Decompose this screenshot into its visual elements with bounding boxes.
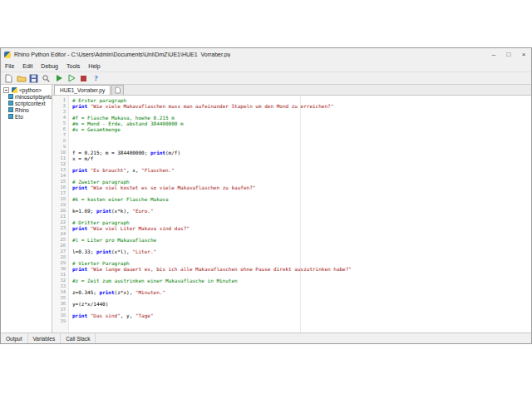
code-line[interactable]: 11x = m/f [52, 155, 531, 161]
line-number: 26 [52, 243, 69, 249]
minimize-button[interactable]: – [486, 48, 501, 61]
line-number: 8 [52, 138, 69, 144]
code-line[interactable]: 6#x = Gesamtmenge [52, 126, 531, 132]
code-line[interactable]: 22# Dritter paragraph [52, 219, 531, 225]
run-icon[interactable] [53, 73, 64, 84]
panel-tab-variables[interactable]: Variables [28, 333, 62, 343]
python-node-icon [12, 87, 17, 93]
code-line[interactable]: 32#z = Zeit zum austrinken einer Makavaf… [52, 278, 531, 283]
code-line[interactable]: 31 [52, 272, 531, 278]
code-line[interactable]: 10f = 0.215; m = 384400000; print(m/f) [52, 150, 531, 155]
tree-item-eto[interactable]: Eto [1, 113, 52, 120]
code-line[interactable]: 26 [52, 243, 531, 249]
title-bar: Rhino Python Editor - C:\Users\Admin\Doc… [1, 48, 531, 61]
panel-tab-output[interactable]: Output [1, 333, 28, 343]
line-number: 13 [52, 167, 69, 173]
code-line[interactable]: 34z=0.345; print(z*x), "Minuten." [52, 289, 531, 295]
menu-edit[interactable]: Edit [18, 61, 37, 71]
code-line[interactable]: 1# Erster paragraph [52, 97, 531, 103]
code-line[interactable]: 3 [52, 109, 531, 115]
line-number: 7 [52, 132, 69, 138]
code-line[interactable]: 37 [52, 307, 531, 313]
line-number: 18 [52, 196, 69, 202]
code-line[interactable]: 27l=0.33; print(x*l), "Liter." [52, 249, 531, 254]
module-icon [8, 94, 13, 99]
code-area[interactable]: 1# Erster paragraph2print "Wie viele Mak… [52, 96, 531, 332]
code-line[interactable]: 38print "Das sind", y, "Tage" [52, 313, 531, 318]
save-icon[interactable] [28, 73, 39, 84]
code-line[interactable]: 33 [52, 283, 531, 289]
line-number: 19 [52, 202, 69, 208]
tree-item-rhino[interactable]: Rhino [1, 106, 52, 113]
stop-icon[interactable] [78, 73, 89, 84]
line-number: 23 [52, 225, 69, 231]
collapse-icon[interactable] [3, 87, 9, 93]
app-icon [4, 52, 11, 58]
line-number: 11 [52, 155, 69, 161]
tree-item-label: Eto [15, 114, 23, 120]
tree-item-scriptcontext[interactable]: scriptcontext [1, 100, 52, 106]
line-number: 36 [52, 301, 69, 307]
code-line[interactable]: 28 [52, 254, 531, 260]
code-line[interactable]: 4#f = Flasche Makava, hoehe 0.215 m [52, 115, 531, 121]
code-line[interactable]: 13print "Es braucht", x, "Flaschen." [52, 167, 531, 173]
tree-item-rhinoscriptsyntax[interactable]: rhinoscriptsyntax [1, 93, 52, 100]
tab-hue1-vorraber[interactable]: HUE1_Vorraber.py [54, 85, 111, 95]
code-line[interactable]: 30print "Wie lange dauert es, bis ich al… [52, 266, 531, 272]
line-number: 3 [52, 109, 69, 115]
panel-tab-call-stack[interactable]: Call Stack [61, 333, 96, 343]
main-area: <python>rhinoscriptsyntaxscriptcontextRh… [1, 85, 531, 332]
code-line[interactable]: 12 [52, 161, 531, 167]
toolbar: ? [1, 71, 531, 85]
code-line[interactable]: 36y=(z*x/1440) [52, 301, 531, 307]
menu-file[interactable]: File [1, 61, 18, 71]
new-tab-button[interactable] [111, 85, 124, 95]
tree-item-python[interactable]: <python> [1, 86, 52, 93]
help-icon[interactable]: ? [91, 73, 101, 84]
code-line[interactable]: 2print "Wie viele Makavaflaschen muss ma… [52, 103, 531, 109]
line-number: 33 [52, 283, 69, 289]
line-number: 15 [52, 179, 69, 185]
line-number: 37 [52, 307, 69, 313]
menu-debug[interactable]: Debug [37, 61, 62, 71]
line-number: 17 [52, 190, 69, 196]
code-line[interactable]: 39 [52, 318, 531, 324]
code-line[interactable]: 23print "Wie viel Liter Makava sind das?… [52, 225, 531, 231]
code-line[interactable]: 18#k = kosten einer Flasche Makava [52, 196, 531, 202]
menu-help[interactable]: Help [84, 61, 104, 71]
tree-item-label: Rhino [15, 107, 29, 113]
code-line[interactable]: 29# Vierter Paragraph [52, 260, 531, 266]
code-line[interactable]: 21 [52, 214, 531, 219]
window-controls: – □ × [486, 48, 531, 61]
code-line[interactable]: 17 [52, 190, 531, 196]
code-line[interactable]: 8 [52, 138, 531, 144]
module-icon [8, 114, 13, 119]
code-line[interactable]: 7 [52, 132, 531, 138]
close-button[interactable]: × [516, 48, 531, 61]
tree-item-label: rhinoscriptsyntax [15, 94, 52, 100]
maximize-button[interactable]: □ [501, 48, 516, 61]
document-icon [115, 86, 121, 94]
code-line[interactable]: 16print "Wie viel kostet es so viele Mak… [52, 185, 531, 190]
module-icon [8, 107, 13, 112]
line-number: 32 [52, 278, 69, 283]
line-number: 12 [52, 161, 69, 167]
line-number: 10 [52, 150, 69, 155]
code-line[interactable]: 20k=1.69; print(x*k), "Euro." [52, 208, 531, 214]
code-line[interactable]: 5#m = Mond - Erde, abstand 384400000 m [52, 121, 531, 126]
search-icon[interactable] [41, 73, 52, 84]
line-number: 1 [52, 97, 69, 103]
line-number: 25 [52, 237, 69, 243]
code-line[interactable]: 15# Zweiter paragraph [52, 179, 531, 185]
open-folder-icon[interactable] [16, 73, 27, 84]
debug-run-icon[interactable] [66, 73, 76, 84]
new-file-icon[interactable] [3, 73, 14, 84]
code-line[interactable]: 25#l = Liter pro Makavaflasche [52, 237, 531, 243]
code-line[interactable]: 14 [52, 173, 531, 179]
code-line[interactable]: 9 [52, 144, 531, 150]
tree-item-label: <python> [19, 87, 42, 93]
menu-tools[interactable]: Tools [62, 61, 84, 71]
code-line[interactable]: 19 [52, 202, 531, 208]
code-line[interactable]: 24 [52, 231, 531, 237]
code-line[interactable]: 35 [52, 295, 531, 301]
